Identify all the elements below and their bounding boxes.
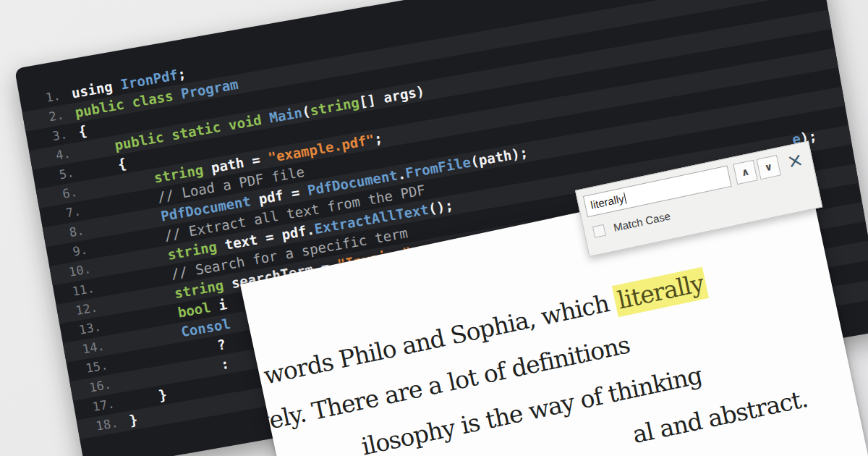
match-case-checkbox[interactable] bbox=[592, 224, 606, 238]
code-token-type: Main bbox=[268, 104, 304, 126]
code-token-plain: ; bbox=[176, 65, 187, 83]
find-previous-button[interactable]: ∧ bbox=[733, 160, 757, 185]
chevron-down-icon: ∨ bbox=[763, 161, 773, 174]
chevron-up-icon: ∧ bbox=[740, 166, 750, 179]
code-line-content: } bbox=[128, 410, 140, 431]
hero-canvas: 1.using IronPdf;2.public class Program3.… bbox=[0, 0, 868, 456]
find-next-button[interactable]: ∨ bbox=[757, 155, 781, 180]
search-input-value: literally bbox=[590, 192, 625, 211]
code-token-plain: { bbox=[116, 155, 127, 172]
code-token-plain: } bbox=[128, 411, 139, 428]
close-icon[interactable]: × bbox=[780, 146, 809, 175]
code-token-plain: : bbox=[219, 355, 230, 373]
code-token-plain: } bbox=[157, 386, 168, 403]
match-case-row: Match Case bbox=[592, 210, 672, 240]
code-token-plain: ? bbox=[216, 336, 227, 353]
code-token-plain: { bbox=[77, 122, 88, 140]
code-line-content: { bbox=[77, 121, 88, 142]
code-token-plain: i bbox=[217, 296, 228, 313]
code-token-plain: (); bbox=[427, 197, 454, 217]
code-token-plain: ; bbox=[373, 130, 383, 147]
match-case-label: Match Case bbox=[613, 210, 672, 234]
